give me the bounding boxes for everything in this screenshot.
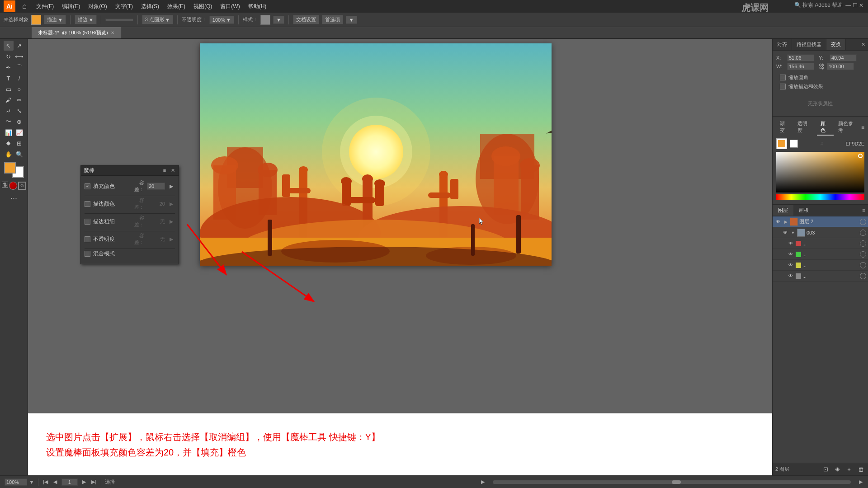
new-layer-btn[interactable]: + [844,465,854,474]
warp-tool[interactable]: 〜 [4,117,14,127]
stroke-dropdown[interactable]: 描边 ▼ [44,15,66,24]
next-page-btn[interactable]: ▶ [81,479,87,485]
prefs-dropdown[interactable]: ▼ [346,16,357,24]
prefs-btn[interactable]: 首选项 [322,15,343,24]
layers-tab[interactable]: 图层 [773,205,793,216]
brush-dropdown[interactable]: 描边 ▼ [75,15,97,24]
selection-tool[interactable]: ↖ [4,41,14,51]
transparency-tab[interactable]: 透明度 [794,119,816,136]
zoom-input[interactable] [5,479,27,486]
style-swatch[interactable] [260,15,270,25]
line-tool[interactable]: / [14,73,24,83]
panel-close-btn[interactable]: ✕ [170,168,176,174]
fill-color-tolerance[interactable] [147,183,165,190]
yellow-eye[interactable]: 👁 [787,262,794,269]
menu-effect[interactable]: 效果(E) [164,1,189,12]
scroll-right-btn[interactable]: ▶ [858,479,863,485]
none-swatch[interactable]: ∅ [18,182,26,190]
color-ref-tab[interactable]: 颜色参考 [835,119,861,136]
scale-tool[interactable]: ⤡ [14,106,24,116]
delete-layer-btn[interactable]: 🗑 [856,465,865,474]
003-target[interactable] [860,230,866,236]
yellow-target[interactable] [860,262,866,268]
direct-select-tool[interactable]: ↗ [14,41,24,51]
stroke-width-expand[interactable]: ▶ [168,219,175,225]
make-clipping-mask-btn[interactable]: ⊡ [821,465,830,474]
right-panel-close[interactable]: ✕ [861,42,865,47]
hand-tool[interactable]: ✋ [4,149,14,159]
layer2-eye[interactable]: 👁 [774,218,782,225]
panel-menu-btn[interactable]: ≡ [161,168,168,174]
color-picker-gradient[interactable] [776,152,864,192]
green-eye[interactable]: 👁 [787,251,794,258]
blend-mode-checkbox[interactable] [85,251,90,257]
document-tab[interactable]: 未标题-1* @ 100% (RGB/预览) ✕ [32,27,121,38]
layer-item-003[interactable]: 👁 ▼ 003 [773,227,868,238]
playback-btn[interactable]: ▶ [480,479,486,485]
bar-graph-tool[interactable]: 📈 [14,127,24,137]
opacity-value[interactable]: 100% ▼ [209,16,234,24]
bg-color-swatch[interactable] [790,140,798,148]
circle-dropdown[interactable]: 3 点圆形 ▼ [142,15,173,24]
menu-type[interactable]: 文字(T) [112,1,137,12]
horizontal-scrollbar[interactable] [493,480,851,484]
foreground-color[interactable] [4,162,16,174]
scale-corners-checkbox[interactable] [780,75,786,80]
menu-select[interactable]: 选择(S) [137,1,163,12]
color-spectrum[interactable] [776,194,864,200]
pathfinder-tab[interactable]: 路径查找器 [792,39,826,50]
color-tab[interactable]: 颜色 [817,119,834,136]
gray-target[interactable] [860,273,866,279]
gray-eye[interactable]: 👁 [787,272,794,280]
layer2-target[interactable] [860,219,866,225]
scroll-thumb[interactable] [672,480,681,484]
transform-tab[interactable]: 变换 [826,39,846,50]
green-target[interactable] [860,251,866,258]
fill-color-expand[interactable]: ▶ [168,183,175,189]
w-input[interactable] [787,63,814,70]
column-graph-tool[interactable]: 📊 [4,127,14,137]
003-eye[interactable]: 👁 [782,229,789,236]
opacity-expand[interactable]: ▶ [168,236,175,242]
prev-page-btn[interactable]: ◀ [52,479,58,485]
menu-object[interactable]: 对象(O) [85,1,110,12]
new-sublayer-btn[interactable]: ⊕ [833,465,842,474]
layer-item-yellow[interactable]: 👁 ... [773,260,868,271]
artboard-tool[interactable]: ⊞ [14,138,24,148]
rotate2-tool[interactable]: ⤾ [4,106,14,116]
ellipse-tool[interactable]: ○ [14,84,24,94]
last-page-btn[interactable]: ▶| [90,479,97,485]
paintbrush-tool[interactable]: 🖌 [4,95,14,105]
menu-window[interactable]: 窗口(W) [217,1,243,12]
tab-close-btn[interactable]: ✕ [111,30,114,35]
stroke-color-checkbox[interactable] [85,201,90,207]
zoom-dropdown-icon[interactable]: ▼ [29,479,34,485]
type-tool[interactable]: T [4,73,14,83]
align-tab[interactable]: 对齐 [773,39,792,50]
rotate-tool[interactable]: ↻ [4,52,14,61]
layer2-expand[interactable]: ▶ [783,220,788,224]
curvature-tool[interactable]: ⌒ [14,62,24,72]
layer-item-red[interactable]: 👁 ... [773,238,868,249]
menu-view[interactable]: 视图(Q) [190,1,216,12]
menu-help[interactable]: 帮助(H) [245,1,270,12]
layer-item-green[interactable]: 👁 ... [773,249,868,260]
opacity-checkbox[interactable] [85,236,90,242]
h-input[interactable] [827,63,854,70]
doc-settings-btn[interactable]: 文档设置 [293,15,319,24]
gradient-tab[interactable]: 渐变 [776,119,793,136]
zoom-tool[interactable]: 🔍 [14,149,24,159]
stroke-color-expand[interactable]: ▶ [168,201,175,207]
page-input[interactable] [61,479,78,486]
rect-tool[interactable]: ▭ [4,84,14,94]
red-eye[interactable]: 👁 [787,240,794,247]
menu-edit[interactable]: 编辑(E) [58,1,84,12]
style-dropdown[interactable]: ▼ [273,16,284,24]
swap-colors[interactable]: ⇅ [2,182,8,188]
blob-brush-tool[interactable]: ✏ [14,95,24,105]
layers-menu-icon[interactable]: ≡ [862,207,865,214]
constrain-proportions[interactable]: ⛓ [818,63,824,70]
scale-strokes-checkbox[interactable] [780,84,786,89]
x-input[interactable] [787,54,814,61]
puppet-warp-tool[interactable]: ⊕ [14,117,24,127]
